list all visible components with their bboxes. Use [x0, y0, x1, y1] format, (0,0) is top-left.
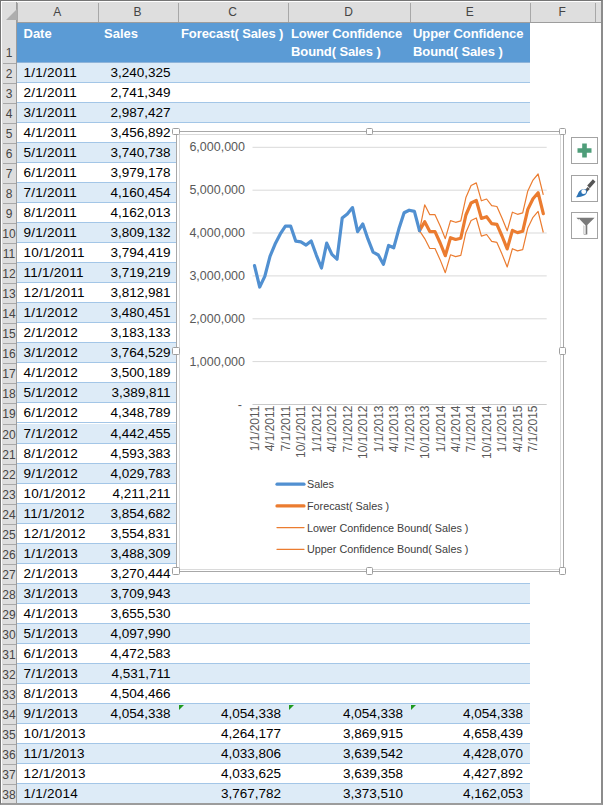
svg-text:1/1/2011: 1/1/2011 — [248, 405, 262, 451]
svg-text:3,000,000: 3,000,000 — [189, 269, 245, 283]
svg-text:4/1/2015: 4/1/2015 — [511, 405, 525, 452]
svg-text:Lower Confidence Bound( Sales: Lower Confidence Bound( Sales ) — [307, 522, 468, 534]
svg-text:5,000,000: 5,000,000 — [189, 183, 245, 197]
svg-text:10/1/2013: 10/1/2013 — [418, 405, 432, 459]
svg-text:7/1/2014: 7/1/2014 — [464, 405, 478, 452]
svg-text:2,000,000: 2,000,000 — [189, 312, 245, 326]
svg-text:4,000,000: 4,000,000 — [189, 226, 245, 240]
svg-text:10/1/2012: 10/1/2012 — [356, 405, 370, 459]
svg-text:7/1/2012: 7/1/2012 — [341, 405, 355, 452]
svg-text:10/1/2014: 10/1/2014 — [480, 405, 494, 459]
svg-text:7/1/2013: 7/1/2013 — [403, 405, 417, 452]
svg-text:10/1/2011: 10/1/2011 — [294, 405, 308, 458]
svg-text:Forecast( Sales ): Forecast( Sales ) — [307, 500, 389, 512]
svg-text:Upper Confidence Bound( Sales: Upper Confidence Bound( Sales ) — [307, 543, 468, 555]
svg-text:1,000,000: 1,000,000 — [189, 355, 245, 369]
svg-text:4/1/2014: 4/1/2014 — [449, 405, 463, 452]
svg-text:4/1/2012: 4/1/2012 — [325, 405, 339, 452]
svg-text:6,000,000: 6,000,000 — [189, 140, 245, 154]
svg-text:1/1/2015: 1/1/2015 — [495, 405, 509, 452]
svg-text:1/1/2014: 1/1/2014 — [434, 405, 448, 452]
svg-text:7/1/2011: 7/1/2011 — [279, 405, 293, 451]
svg-text:-: - — [238, 398, 242, 412]
svg-text:Sales: Sales — [307, 478, 335, 490]
svg-text:4/1/2011: 4/1/2011 — [263, 405, 277, 451]
svg-text:7/1/2015: 7/1/2015 — [526, 405, 540, 452]
svg-text:4/1/2013: 4/1/2013 — [387, 405, 401, 452]
svg-text:1/1/2013: 1/1/2013 — [372, 405, 386, 452]
svg-text:1/1/2012: 1/1/2012 — [310, 405, 324, 452]
